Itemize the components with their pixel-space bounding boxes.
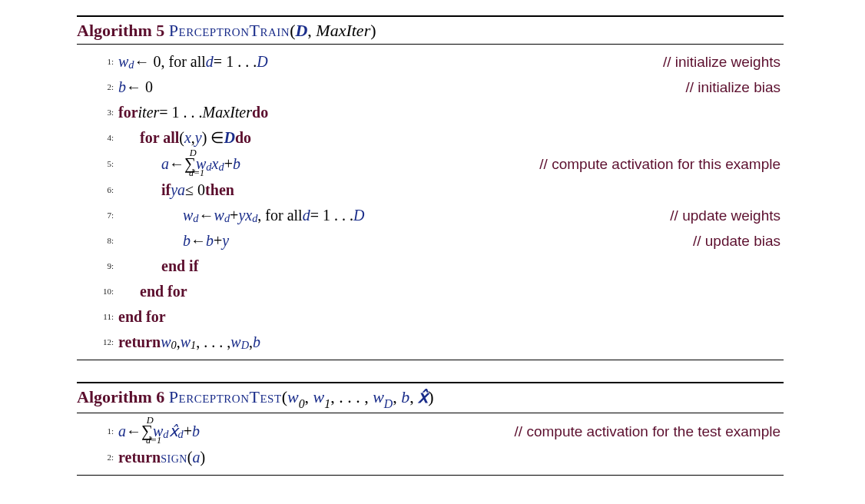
comment: // compute activation for the test examp… — [515, 419, 784, 443]
paren-close: ) — [428, 387, 433, 406]
code-line: 9: end if — [77, 254, 784, 279]
line-number: 7: — [77, 208, 118, 222]
line-number: 4: — [77, 131, 118, 144]
code-line: 11: end for — [77, 304, 784, 330]
code: wd ← wd + yxd, for all d = 1 . . . D — [118, 203, 670, 228]
line-number: 2: — [77, 450, 118, 464]
rule — [77, 360, 784, 360]
code-line: 1: wd ← 0, for all d = 1 . . . D // init… — [77, 49, 784, 75]
rule — [77, 475, 784, 476]
algorithm-6-header: Algorithm 6 PerceptronTest(w0, w1, . . .… — [77, 384, 784, 413]
algorithm-5-block: Algorithm 5 PerceptronTrain(D, MaxIter) … — [77, 15, 784, 360]
comment: // compute activation for this example — [539, 152, 784, 176]
code: b ← b + y — [118, 228, 693, 254]
code-line: 2: b ← 0 // initialize bias — [77, 75, 784, 100]
code-line: 3: for iter = 1 . . . MaxIter do — [77, 100, 784, 125]
code-line: 10: end for — [77, 279, 784, 304]
code: a ← ∑Dd=1 wd x̂d + b — [118, 418, 515, 445]
line-number: 9: — [77, 259, 118, 273]
code: for all (x,y) ∈ D do — [118, 125, 784, 151]
comment: // initialize weights — [663, 50, 784, 74]
code-line: 7: wd ← wd + yxd, for all d = 1 . . . D … — [77, 203, 784, 228]
code: return w0, w1, . . . , wD, b — [118, 330, 784, 355]
line-number: 6: — [77, 183, 118, 197]
code: end if — [118, 254, 784, 279]
alg-label: Algorithm 6 — [77, 387, 164, 406]
code-line: 1: a ← ∑Dd=1 wd x̂d + b // compute activ… — [77, 418, 784, 445]
alg-name: PerceptronTrain — [169, 21, 290, 40]
param-sep: , — [307, 21, 316, 40]
param-MaxIter: MaxIter — [316, 21, 370, 40]
code: a ← ∑Dd=1 wd xd + b — [118, 151, 539, 177]
algorithm-6-block: Algorithm 6 PerceptronTest(w0, w1, . . .… — [77, 382, 784, 476]
code: b ← 0 — [118, 75, 685, 100]
paren-open: ( — [282, 387, 287, 406]
rule — [77, 382, 784, 383]
code-line: 2: return sign(a) — [77, 445, 784, 470]
line-number: 11: — [77, 310, 118, 323]
alg-name: PerceptronTest — [169, 387, 282, 406]
code: end for — [118, 304, 784, 330]
algorithm-5-header: Algorithm 5 PerceptronTrain(D, MaxIter) — [77, 18, 784, 44]
comment: // update weights — [670, 204, 784, 227]
code-line: 5: a ← ∑Dd=1 wd xd + b // compute activa… — [77, 151, 784, 177]
code: for iter = 1 . . . MaxIter do — [118, 100, 784, 125]
code: wd ← 0, for all d = 1 . . . D — [118, 49, 663, 75]
code-line: 6: if ya ≤ 0 then — [77, 177, 784, 203]
code-line: 4: for all (x,y) ∈ D do — [77, 125, 784, 151]
rule — [77, 15, 784, 17]
line-number: 8: — [77, 234, 118, 247]
algorithm-5-body: 1: wd ← 0, for all d = 1 . . . D // init… — [77, 45, 784, 360]
alg-label: Algorithm 5 — [77, 21, 164, 40]
line-number: 5: — [77, 157, 118, 171]
code: if ya ≤ 0 then — [118, 177, 784, 203]
line-number: 2: — [77, 80, 118, 94]
comment: // initialize bias — [685, 75, 784, 99]
line-number: 12: — [77, 335, 118, 349]
line-number: 10: — [77, 284, 118, 298]
line-number: 1: — [77, 424, 118, 438]
code-line: 12: return w0, w1, . . . , wD, b — [77, 330, 784, 355]
code-line: 8: b ← b + y // update bias — [77, 228, 784, 254]
param-D: D — [295, 21, 307, 40]
algorithm-6-body: 1: a ← ∑Dd=1 wd x̂d + b // compute activ… — [77, 413, 784, 475]
code: return sign(a) — [118, 445, 784, 470]
line-number: 1: — [77, 55, 118, 68]
line-number: 3: — [77, 105, 118, 119]
comment: // update bias — [693, 229, 784, 253]
paren-close: ) — [370, 21, 376, 40]
code: end for — [118, 279, 784, 304]
